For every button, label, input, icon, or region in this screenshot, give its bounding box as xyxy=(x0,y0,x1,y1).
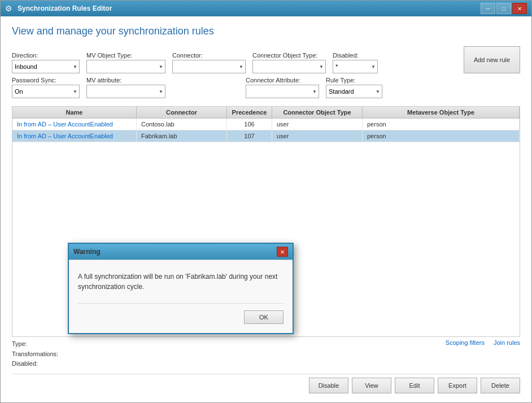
table-header: Name Connector Precedence Connector Obje… xyxy=(12,107,520,119)
info-row: Type: Transformations: Disabled: Scoping… xyxy=(12,339,520,369)
col-obj-type-header: Connector Object Type xyxy=(272,107,363,118)
connector-attribute-label: Connector Attribute: xyxy=(246,77,319,84)
scoping-filters-link[interactable]: Scoping filters xyxy=(446,339,485,346)
title-bar-controls: ─ □ ✕ xyxy=(481,3,527,14)
filter-row-2: Password Sync: On Off MV attribute: xyxy=(12,77,520,98)
rule-type-group: Rule Type: Standard Sticky xyxy=(326,77,382,98)
mv-attribute-select[interactable] xyxy=(86,85,165,98)
maximize-button[interactable]: □ xyxy=(496,3,511,14)
type-label: Type: xyxy=(12,339,58,349)
row1-obj-type: user xyxy=(272,119,363,130)
table-row[interactable]: In from AD – User AccountEnabled Contoso… xyxy=(12,119,520,130)
row1-mv-type: person xyxy=(363,119,520,130)
edit-button[interactable]: Edit xyxy=(395,378,434,393)
connector-select-wrapper[interactable] xyxy=(172,60,246,73)
mv-object-type-select-wrapper[interactable] xyxy=(86,60,165,73)
password-sync-label: Password Sync: xyxy=(12,77,80,84)
dialog-title-bar: Warning ✕ xyxy=(69,244,293,260)
info-labels: Type: Transformations: Disabled: xyxy=(12,339,58,369)
main-window: ⚙ Synchronization Rules Editor ─ □ ✕ Vie… xyxy=(0,0,532,403)
minimize-button[interactable]: ─ xyxy=(481,3,495,14)
col-precedence-header: Precedence xyxy=(227,107,272,118)
row1-precedence: 106 xyxy=(227,119,272,130)
direction-label: Direction: xyxy=(12,52,80,59)
close-button[interactable]: ✕ xyxy=(512,3,527,14)
disabled-select[interactable]: * Yes No xyxy=(333,60,378,73)
filters-section: Direction: Inbound Outbound MV Object Ty… xyxy=(12,46,520,102)
dialog-actions: OK xyxy=(78,310,284,324)
page-heading: View and manage your synchronization rul… xyxy=(12,25,520,37)
row1-connector: Contoso.lab xyxy=(137,119,227,130)
col-connector-header: Connector xyxy=(137,107,227,118)
connector-object-type-select-wrapper[interactable] xyxy=(252,60,326,73)
dialog-body: A full synchronization will be run on 'F… xyxy=(69,260,293,333)
row2-obj-type: user xyxy=(272,130,363,142)
connector-select[interactable] xyxy=(172,60,246,73)
mv-attribute-label: MV attribute: xyxy=(86,77,165,84)
export-button[interactable]: Export xyxy=(438,378,477,393)
action-buttons: Disable View Edit Export Delete xyxy=(12,374,520,393)
disabled-label: Disabled: xyxy=(333,52,378,59)
col-mv-type-header: Metaverse Object Type xyxy=(363,107,520,118)
bottom-section: Type: Transformations: Disabled: Scoping… xyxy=(12,337,520,393)
delete-button[interactable]: Delete xyxy=(481,378,520,393)
dialog-message: A full synchronization will be run on 'F… xyxy=(78,271,284,292)
direction-group: Direction: Inbound Outbound xyxy=(12,52,80,73)
dialog-title: Warning xyxy=(73,248,101,256)
rule-type-select[interactable]: Standard Sticky xyxy=(326,85,382,98)
connector-attribute-select[interactable] xyxy=(246,85,319,98)
disabled-select-wrapper[interactable]: * Yes No xyxy=(333,60,378,73)
transformations-label: Transformations: xyxy=(12,349,58,360)
col-name-header: Name xyxy=(12,107,137,118)
dialog-close-button[interactable]: ✕ xyxy=(277,247,288,257)
password-sync-select-wrapper[interactable]: On Off xyxy=(12,85,80,98)
mv-object-type-label: MV Object Type: xyxy=(86,52,165,59)
window-title: Synchronization Rules Editor xyxy=(18,5,112,12)
direction-select-wrapper[interactable]: Inbound Outbound xyxy=(12,60,80,73)
mv-object-type-group: MV Object Type: xyxy=(86,52,165,73)
content-area: View and manage your synchronization rul… xyxy=(1,16,531,402)
view-button[interactable]: View xyxy=(352,378,391,393)
disabled-group: Disabled: * Yes No xyxy=(333,52,378,73)
row2-mv-type: person xyxy=(363,130,520,142)
disable-button[interactable]: Disable xyxy=(309,378,348,393)
title-bar-left: ⚙ Synchronization Rules Editor xyxy=(5,4,112,13)
connector-object-type-label: Connector Object Type: xyxy=(252,52,326,59)
disabled-bottom-label: Disabled: xyxy=(12,359,58,369)
connector-group: Connector: xyxy=(172,52,246,73)
row2-connector: Fabrikam.lab xyxy=(137,130,227,142)
row2-precedence: 107 xyxy=(227,130,272,142)
row1-name: In from AD – User AccountEnabled xyxy=(12,119,137,130)
connector-attribute-select-wrapper[interactable] xyxy=(246,85,319,98)
connector-label: Connector: xyxy=(172,52,246,59)
table-row[interactable]: In from AD – User AccountEnabled Fabrika… xyxy=(12,130,520,142)
connector-object-type-select[interactable] xyxy=(252,60,326,73)
password-sync-select[interactable]: On Off xyxy=(12,85,80,98)
dialog-separator xyxy=(78,303,284,304)
mv-object-type-select[interactable] xyxy=(86,60,165,73)
connector-attribute-group: Connector Attribute: xyxy=(246,77,319,98)
warning-dialog: Warning ✕ A full synchronization will be… xyxy=(68,243,294,334)
add-new-rule-button[interactable]: Add new rule xyxy=(464,46,520,73)
filter-row-1: Direction: Inbound Outbound MV Object Ty… xyxy=(12,46,520,73)
row2-name: In from AD – User AccountEnabled xyxy=(12,130,137,142)
password-sync-group: Password Sync: On Off xyxy=(12,77,80,98)
app-icon: ⚙ xyxy=(5,4,14,13)
rule-type-label: Rule Type: xyxy=(326,77,382,84)
connector-object-type-group: Connector Object Type: xyxy=(252,52,326,73)
rule-type-select-wrapper[interactable]: Standard Sticky xyxy=(326,85,382,98)
direction-select[interactable]: Inbound Outbound xyxy=(12,60,80,73)
join-rules-link[interactable]: Join rules xyxy=(494,339,520,346)
mv-attribute-group: MV attribute: xyxy=(86,77,165,98)
dialog-ok-button[interactable]: OK xyxy=(244,310,284,324)
title-bar: ⚙ Synchronization Rules Editor ─ □ ✕ xyxy=(1,1,531,16)
info-links: Scoping filters Join rules xyxy=(446,339,520,346)
mv-attribute-select-wrapper[interactable] xyxy=(86,85,165,98)
